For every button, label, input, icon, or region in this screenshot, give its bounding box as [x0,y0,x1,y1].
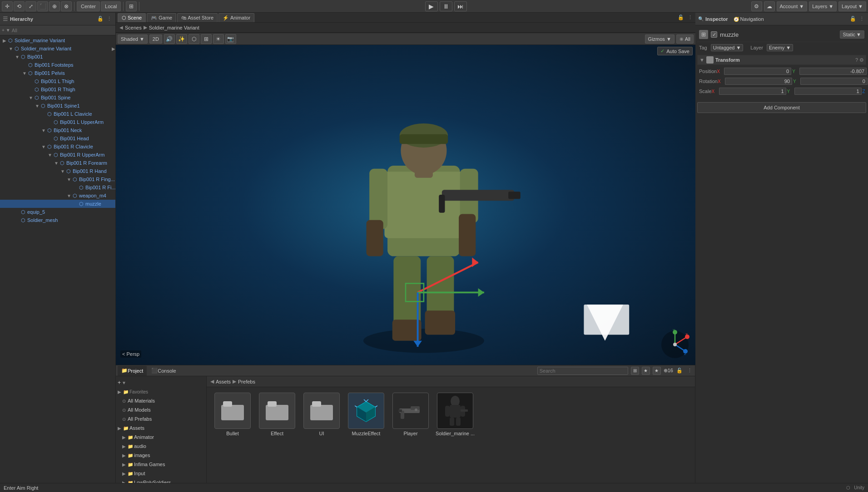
tab-asset-store[interactable]: 🛍 Asset Store [177,13,218,22]
camera-icon[interactable]: 📷 [225,34,236,44]
path-assets[interactable]: Assets [216,379,231,384]
all-dropdown[interactable]: ◉ All [676,34,694,44]
tab-game[interactable]: 🎮 Game [147,13,176,22]
list-item[interactable]: ▶ 📁 audio [116,442,206,451]
play-button[interactable]: ▶ [425,1,438,11]
scene-view[interactable]: Y X Z < Persp ✓ Auto Save [116,45,695,365]
pause-button[interactable]: ⏸ [440,1,452,11]
breadcrumb-scenes[interactable]: Scenes [125,25,142,30]
light-icon[interactable]: ☀ [213,34,224,44]
list-item[interactable]: ▼ ⬡ Bip001 R Clavicle [0,143,115,151]
list-item[interactable]: ▼ ⬡ Bip001 Spine1 [0,102,115,110]
list-item[interactable]: UI [301,393,342,487]
hierarchy-lock-icon[interactable]: 🔓 [97,15,104,23]
account-dropdown[interactable]: Account ▼ [777,1,808,11]
list-item[interactable]: ▼ ⬡ Soldier_marine Variant ▶ [0,44,115,53]
rotation-y-input[interactable] [800,78,868,85]
skybox-icon[interactable]: ⬡ [188,34,199,44]
list-item[interactable]: ⬡ Bip001 L Clavicle [0,110,115,118]
inspector-more-icon[interactable]: ⋮ [858,15,865,23]
scale-y-input[interactable] [794,88,862,95]
list-item[interactable]: ⊙ All Materials [116,396,206,405]
component-header-transform[interactable]: ▼ Transform ? ⚙ [697,55,866,65]
list-item[interactable]: ⬡ Bip001 L Thigh [0,77,115,85]
component-help-icon[interactable]: ? [855,57,858,63]
autosave-btn[interactable]: ✓ Auto Save [657,47,693,55]
list-item[interactable]: ⬡ Bip001 Footsteps [0,61,115,69]
list-item[interactable]: ▼ ⬡ Bip001 R Hand [0,167,115,175]
hierarchy-search-input[interactable] [12,28,114,33]
list-item[interactable]: ▼ ⬡ Bip001 Pelvis [0,69,115,77]
list-item[interactable]: ⬡ Bip001 L UpperArm [0,118,115,126]
list-item[interactable]: Effect [257,393,298,487]
position-y-input[interactable] [799,68,867,75]
list-item[interactable]: ▶ 📁 Assets [116,423,206,433]
list-item[interactable]: ▶ 📁 Favorites [116,387,206,396]
list-item[interactable]: ⬡ equip_5 [0,208,115,216]
list-item[interactable]: ⬡ Bip001 Head [0,134,115,143]
tool-rect[interactable]: ⊕ [49,1,60,11]
project-icon-btn-1[interactable]: ⊞ [631,367,639,375]
project-lock-icon[interactable]: 🔓 [676,367,683,374]
fx-icon[interactable]: ✨ [176,34,187,44]
list-item[interactable]: ⬡ muzzle [0,200,115,208]
scale-x-input[interactable] [719,88,786,95]
inspector-lock-icon[interactable]: 🔓 [849,15,857,23]
layout-dropdown[interactable]: Layout ▼ [838,1,866,11]
list-item[interactable]: MuzzleEffect [346,393,387,487]
tag-dropdown[interactable]: Untagged ▼ [711,44,744,51]
audio-icon[interactable]: 🔊 [164,34,175,44]
tool-move[interactable]: ⟲ [14,1,25,11]
hierarchy-more-icon[interactable]: ⋮ [105,15,113,23]
list-item[interactable]: ⊙ All Prefabs [116,414,206,423]
tab-animator[interactable]: ⚡ Animator [218,13,254,22]
gizmos-dropdown[interactable]: Gizmos ▼ [645,34,675,44]
grid-icon[interactable]: ⊞ [201,34,212,44]
list-item[interactable]: ▶ ⬡ Soldier_marine Variant [0,36,115,44]
project-add-btn[interactable]: + [118,379,121,386]
layer-dropdown[interactable]: Enemy ▼ [767,44,793,51]
tab-scene[interactable]: ⬡ Scene [118,13,146,22]
settings-icon[interactable]: ⚙ [751,1,762,11]
list-item[interactable]: ▼ ⬡ Bip001 Neck [0,126,115,134]
list-item[interactable]: ▼ ⬡ Bip001 R UpperArm [0,151,115,159]
inspector-nav-tab[interactable]: 🧭 Navigation [734,16,764,22]
layers-dropdown[interactable]: Layers ▼ [809,1,837,11]
list-item[interactable]: Bullet [212,393,253,487]
tool-select[interactable]: ✛ [2,1,13,11]
project-search-input[interactable] [537,367,628,375]
tool-transform[interactable]: ⊗ [61,1,72,11]
cloud-icon[interactable]: ☁ [764,1,775,11]
tool-rotate[interactable]: ⤢ [25,1,36,11]
list-item[interactable]: ⬡ Bip001 R Thigh [0,85,115,93]
static-button[interactable]: Static ▼ [840,30,864,39]
step-button[interactable]: ⏭ [454,1,467,11]
list-item[interactable]: ▼ ⬡ Bip001 R Fing... [0,175,115,183]
object-enabled-checkbox[interactable]: ✓ [711,31,717,38]
list-item[interactable]: ▼ ⬡ Bip001 [0,53,115,61]
path-back-icon[interactable]: ◀ [210,379,214,384]
list-item[interactable]: ▼ ⬡ Bip001 R Forearm [0,159,115,167]
add-component-button[interactable]: Add Component [697,102,866,113]
list-item[interactable]: Player [390,393,431,487]
center-toggle[interactable]: Center [77,1,100,11]
project-icon-btn-2[interactable]: ★ [642,367,650,375]
dimension-btn[interactable]: 2D [149,34,162,44]
component-settings-icon[interactable]: ⚙ [859,57,864,63]
list-item[interactable]: ▼ ⬡ weapon_m4 [0,192,115,200]
tab-console[interactable]: ⬛ Console [148,366,179,376]
list-item[interactable]: ⬡ Soldier_mesh [0,216,115,224]
local-toggle[interactable]: Local [101,1,121,11]
project-sidebar-arrow[interactable]: ▼ [122,380,126,385]
tab-project[interactable]: 📁 Project [118,366,147,376]
list-item[interactable]: ▶ 📁 images [116,451,206,460]
tool-scale[interactable]: ⬛ [37,1,48,11]
list-item[interactable]: ▶ 📁 Infima Games [116,460,206,469]
list-item[interactable]: Soldier_marine ... [435,393,476,487]
project-more-icon[interactable]: ⋮ [686,367,693,374]
list-item[interactable]: ⊙ All Models [116,405,206,414]
list-item[interactable]: ▶ 📁 Input [116,469,206,478]
scene-lock-icon[interactable]: 🔓 [677,14,684,21]
grid-btn[interactable]: ⊞ [126,1,137,11]
project-icon-btn-3[interactable]: ★ [653,367,661,375]
